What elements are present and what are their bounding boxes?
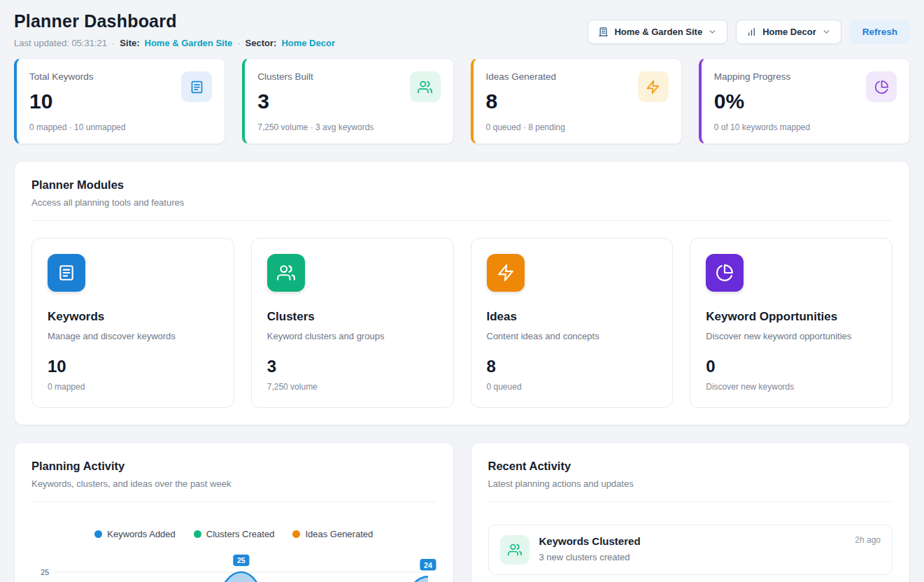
stat-detail: 0 queued · 8 pending	[486, 122, 565, 132]
planning-activity-chart: 252524	[31, 549, 436, 582]
last-updated-text: Last updated: 05:31:21	[14, 38, 107, 48]
stat-card-mapping-progress: Mapping Progress 0% 0 of 10 keywords map…	[699, 58, 910, 144]
chevron-down-icon	[708, 27, 717, 36]
page-header: Planner Dashboard Last updated: 05:31:21…	[14, 11, 910, 48]
module-card-ideas[interactable]: Ideas Content ideas and concepts 8 0 que…	[471, 238, 674, 408]
panel-title: Recent Activity	[488, 460, 893, 473]
module-card-keyword-opportunities[interactable]: Keyword Opportunities Discover new keywo…	[690, 238, 893, 408]
stat-label: Ideas Generated	[486, 71, 565, 82]
chart-container: 252524	[31, 549, 436, 582]
site-selector-label: Home & Garden Site	[614, 27, 702, 37]
divider	[31, 502, 436, 502]
stat-detail: 7,250 volume · 3 avg keywords	[257, 122, 374, 132]
svg-text:24: 24	[424, 561, 432, 569]
module-card-clusters[interactable]: Clusters Keyword clusters and groups 3 7…	[251, 238, 454, 408]
recent-activity-panel: Recent Activity Latest planning actions …	[471, 442, 911, 582]
svg-text:25: 25	[41, 568, 49, 576]
legend-label: Keywords Added	[107, 529, 176, 539]
section-subtitle: Access all planning tools and features	[31, 197, 893, 208]
users-icon	[500, 535, 529, 565]
legend-item-keywords-added[interactable]: Keywords Added	[94, 529, 176, 539]
module-value: 3	[267, 357, 438, 376]
stat-info: Mapping Progress 0% 0 of 10 keywords map…	[714, 71, 810, 132]
module-detail: Discover new keywords	[706, 382, 876, 392]
refresh-button[interactable]: Refresh	[850, 20, 910, 44]
stat-info: Total Keywords 10 0 mapped · 10 unmapped	[29, 71, 125, 132]
stats-row: Total Keywords 10 0 mapped · 10 unmapped…	[14, 58, 910, 144]
stat-detail: 0 mapped · 10 unmapped	[29, 122, 125, 132]
module-description: Discover new keyword opportunities	[706, 331, 876, 341]
users-icon	[410, 71, 441, 102]
dot-separator: ·	[237, 38, 240, 48]
module-detail: 0 queued	[487, 382, 658, 392]
stat-label: Total Keywords	[29, 71, 125, 82]
page-title: Planner Dashboard	[14, 11, 335, 31]
pie-chart-icon	[866, 71, 897, 102]
stat-label: Mapping Progress	[714, 71, 810, 82]
divider	[31, 220, 893, 221]
header-left: Planner Dashboard Last updated: 05:31:21…	[14, 11, 335, 48]
stat-card-total-keywords: Total Keywords 10 0 mapped · 10 unmapped	[14, 58, 225, 144]
stat-card-clusters-built: Clusters Built 3 7,250 volume · 3 avg ke…	[242, 58, 453, 144]
module-description: Manage and discover keywords	[48, 331, 218, 341]
svg-text:25: 25	[237, 556, 246, 565]
bottom-row: Planning Activity Keywords, clusters, an…	[14, 442, 910, 582]
sector-link[interactable]: Home Decor	[281, 38, 335, 48]
legend-label: Clusters Created	[206, 529, 275, 539]
building-icon	[598, 27, 609, 37]
legend-dot	[194, 530, 201, 538]
planner-modules-section: Planner Modules Access all planning tool…	[14, 161, 910, 425]
stat-value: 8	[486, 89, 565, 114]
activity-list-item: Keywords Clustered 3 new clusters create…	[488, 525, 893, 575]
panel-subtitle: Keywords, clusters, and ideas over the p…	[31, 478, 436, 489]
activity-item-time: 2h ago	[855, 535, 881, 545]
bolt-icon	[638, 71, 669, 102]
site-link[interactable]: Home & Garden Site	[145, 38, 233, 48]
users-icon	[267, 254, 305, 292]
sector-selector-dropdown[interactable]: Home Decor	[736, 20, 841, 44]
legend-label: Ideas Generated	[305, 529, 373, 539]
stat-info: Clusters Built 3 7,250 volume · 3 avg ke…	[257, 71, 374, 132]
planning-activity-panel: Planning Activity Keywords, clusters, an…	[14, 442, 454, 582]
module-detail: 0 mapped	[48, 382, 218, 392]
legend-dot	[292, 530, 300, 538]
stat-detail: 0 of 10 keywords mapped	[714, 122, 810, 132]
stat-value: 0%	[714, 89, 810, 114]
dot-separator: ·	[112, 38, 115, 48]
module-description: Keyword clusters and groups	[267, 331, 438, 341]
module-title: Keyword Opportunities	[706, 310, 876, 324]
panel-title: Planning Activity	[31, 460, 436, 473]
modules-grid: Keywords Manage and discover keywords 10…	[31, 238, 893, 408]
module-title: Keywords	[48, 310, 218, 324]
site-label: Site:	[120, 38, 139, 48]
header-controls: Home & Garden Site Home Decor Refresh	[588, 20, 910, 44]
legend-item-ideas-generated[interactable]: Ideas Generated	[292, 529, 373, 539]
stat-value: 10	[29, 89, 125, 114]
stat-value: 3	[257, 89, 374, 114]
stat-info: Ideas Generated 8 0 queued · 8 pending	[486, 71, 565, 132]
module-card-keywords[interactable]: Keywords Manage and discover keywords 10…	[31, 238, 234, 408]
module-detail: 7,250 volume	[267, 382, 438, 392]
pie-chart-icon	[706, 254, 744, 292]
section-title: Planner Modules	[31, 178, 893, 192]
legend-item-clusters-created[interactable]: Clusters Created	[194, 529, 275, 539]
module-value: 0	[706, 357, 876, 376]
divider	[488, 502, 893, 502]
site-selector-dropdown[interactable]: Home & Garden Site	[588, 20, 727, 44]
activity-item-title: Keywords Clustered	[539, 535, 846, 547]
stat-card-ideas-generated: Ideas Generated 8 0 queued · 8 pending	[471, 58, 682, 144]
document-icon	[48, 254, 85, 292]
panel-subtitle: Latest planning actions and updates	[488, 478, 893, 489]
sector-selector-label: Home Decor	[762, 27, 816, 37]
activity-item-description: 3 new clusters created	[539, 552, 846, 562]
module-value: 8	[487, 357, 658, 376]
stat-label: Clusters Built	[257, 71, 374, 82]
module-value: 10	[48, 357, 218, 376]
activity-item-body: Keywords Clustered 3 new clusters create…	[539, 535, 846, 562]
module-description: Content ideas and concepts	[487, 331, 658, 341]
bolt-icon	[487, 254, 525, 292]
legend-dot	[94, 530, 102, 538]
bar-chart-icon	[746, 27, 757, 37]
planner-dashboard-page: Planner Dashboard Last updated: 05:31:21…	[0, 0, 924, 582]
module-title: Clusters	[267, 310, 438, 324]
